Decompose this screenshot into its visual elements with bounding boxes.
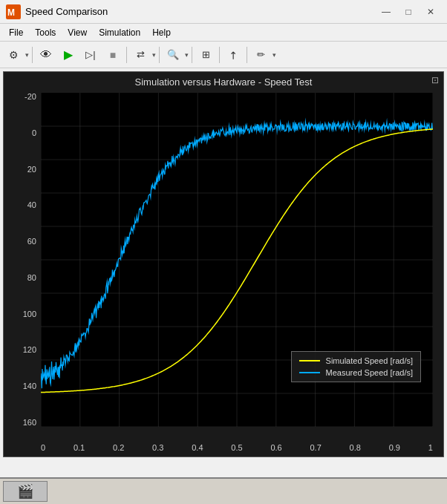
zoom-dropdown-arrow[interactable]: ▾ [185,51,189,59]
legend-item-simulated: Simulated Speed [rad/s] [299,356,413,365]
simulated-line-color [299,360,320,361]
x-label-1: 1 [428,444,433,452]
stop-button[interactable]: ■ [102,45,123,65]
y-label-neg20: -20 [25,93,36,101]
settings-dropdown-arrow[interactable]: ▾ [25,51,29,59]
y-label-100: 100 [23,310,36,318]
minimize-button[interactable]: — [376,4,397,20]
legend-item-measured: Measured Speed [rad/s] [299,368,413,377]
x-label-03: 0.3 [152,444,163,452]
io-button[interactable]: ⇄ [130,45,151,65]
zoom-button[interactable]: 🔍 [163,45,183,65]
run-button[interactable]: ▶ [58,45,79,65]
maximize-button[interactable]: □ [398,4,419,20]
edit-dropdown-arrow[interactable]: ▾ [273,51,276,59]
menu-simulation[interactable]: Simulation [93,26,146,39]
settings-button[interactable]: ⚙ [3,45,24,65]
fit-axes-button[interactable]: ⊞ [195,45,216,65]
app-icon: M [6,4,21,19]
separator-3 [159,47,160,63]
menu-help[interactable]: Help [146,26,177,39]
legend: Simulated Speed [rad/s] Measured Speed [… [291,351,421,382]
menu-file[interactable]: File [3,26,29,39]
window-title: Speed Comparison [25,6,376,17]
simulated-label: Simulated Speed [rad/s] [326,356,413,365]
measured-line-color [299,372,320,373]
menu-tools[interactable]: Tools [29,26,62,39]
y-label-160: 160 [23,419,36,427]
view-normal-button[interactable]: 👁 [36,45,56,65]
edit-plot-button[interactable]: ✏ [250,45,271,65]
y-label-40: 40 [27,201,36,209]
y-label-120: 120 [23,346,36,354]
y-label-20: 20 [27,166,36,174]
menu-bar: File Tools View Simulation Help [0,24,447,42]
y-label-60: 60 [27,238,36,246]
x-label-02: 0.2 [113,444,124,452]
separator-2 [126,47,127,63]
data-cursor-button[interactable]: ↗ [218,40,248,70]
y-label-80: 80 [27,274,36,282]
separator-4 [192,47,192,63]
title-bar: M Speed Comparison — □ ✕ [0,0,447,24]
y-label-140: 140 [23,382,36,390]
window-controls: — □ ✕ [376,4,441,20]
x-label-06: 0.6 [270,444,281,452]
x-label-09: 0.9 [389,444,400,452]
svg-text:M: M [7,7,15,18]
close-button[interactable]: ✕ [420,4,441,20]
taskbar-icon: 🎬 [17,483,33,500]
x-label-01: 0.1 [74,444,85,452]
x-label-04: 0.4 [192,444,203,452]
plot-title: Simulation versus Hardware - Speed Test [4,72,443,89]
toolbar: ⚙ ▾ 👁 ▶ ▷| ■ ⇄ ▾ 🔍 ▾ ⊞ ↗ ✏ ▾ [0,42,447,68]
x-label-07: 0.7 [310,444,321,452]
step-forward-button[interactable]: ▷| [80,45,101,65]
separator-1 [32,47,33,63]
y-axis: 160 140 120 100 80 60 40 20 0 -20 [4,93,39,427]
y-label-0: 0 [32,129,36,137]
x-label-08: 0.8 [350,444,361,452]
x-label-0: 0 [41,444,45,452]
x-label-05: 0.5 [231,444,242,452]
io-dropdown-arrow[interactable]: ▾ [152,51,156,59]
expand-icon[interactable]: ⊡ [431,75,439,85]
menu-view[interactable]: View [62,26,93,39]
measured-label: Measured Speed [rad/s] [326,368,413,377]
plot-container: Simulation versus Hardware - Speed Test … [3,71,444,457]
x-axis: 0 0.1 0.2 0.3 0.4 0.5 0.6 0.7 0.8 0.9 1 [41,444,433,452]
taskbar-item[interactable]: 🎬 [3,481,48,502]
taskbar: 🎬 [0,477,447,504]
